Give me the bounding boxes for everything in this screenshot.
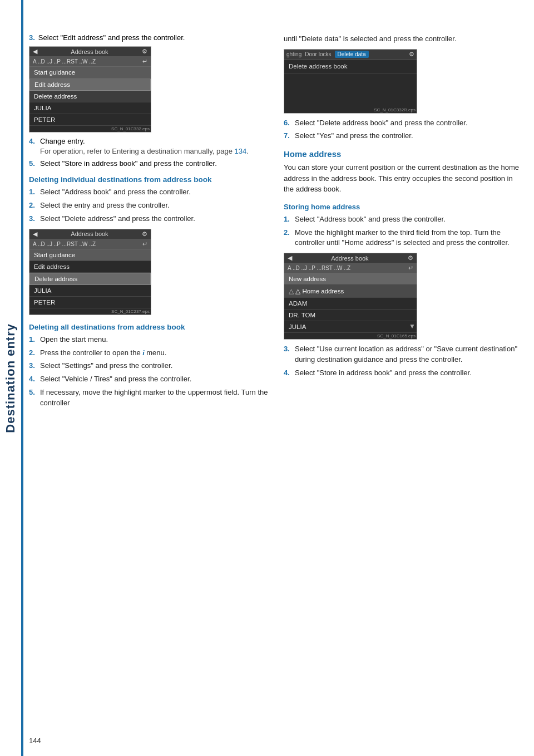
step4-sub: For operation, refer to Entering a desti… <box>40 146 268 156</box>
screen1-caption: SC_N_01C332.eps <box>29 126 151 132</box>
storing-home-address-heading: Storing home address <box>284 203 523 211</box>
screen3-tab-deletedata: Delete data <box>335 51 369 58</box>
home-address-steps: 1. Select "Address book" and press the c… <box>284 214 523 249</box>
screen4: ◀ Address book ⚙ A ..D ..J ..P ...RST ..… <box>284 253 417 340</box>
right-column: until "Delete data" is selected and pres… <box>284 33 523 411</box>
del-all-step-5: 5. If necessary, move the highlight mark… <box>29 387 268 409</box>
step4-text: Change entry. <box>40 137 85 145</box>
screen2-back: ◀ <box>33 230 37 238</box>
step5-item: 5. Select "Store in address book" and pr… <box>29 159 268 168</box>
screen3-tab-lighting: ghting <box>286 51 301 57</box>
screen3-item-1: Delete address book <box>284 60 417 73</box>
screen3: ghting Door locks Delete data ⚙ Delete a… <box>284 49 417 114</box>
screen1-title: Address book <box>71 48 108 55</box>
step4-item: 4. Change entry. For operation, refer to… <box>29 137 268 156</box>
screen1-icon: ⚙ <box>142 48 147 55</box>
screen2-icon: ⚙ <box>142 230 147 238</box>
screen3-tabs: ghting Door locks Delete data ⚙ <box>284 50 417 60</box>
screen2-item-2: Edit address <box>29 261 151 273</box>
screen2-list: Start guidance Edit address Delete addre… <box>29 249 151 308</box>
home-address-para: You can store your current position or t… <box>284 162 523 195</box>
right-step-4: 4. Select "Store in address book" and pr… <box>284 368 523 379</box>
screen1-item-1: Start guidance <box>29 67 151 78</box>
screen4-top: ◀ Address book ⚙ <box>284 253 417 263</box>
screen2-caption: SC_N_01C237.eps <box>29 308 151 315</box>
screen4-enter: ↵ <box>408 264 413 272</box>
del-ind-step-1: 1. Select "Address book" and press the c… <box>29 187 268 198</box>
right-step-7: 7. Select "Yes" and press the controller… <box>284 131 523 141</box>
screen2-item-3: Delete address <box>29 273 151 285</box>
screen4-item-drtom: DR. TOM <box>284 310 417 321</box>
step4-number: 4. <box>29 137 37 145</box>
screen1-list: Start guidance Edit address Delete addre… <box>29 67 151 126</box>
screen1-item-4: JULIA <box>29 102 151 114</box>
deleting-individual-steps: 1. Select "Address book" and press the c… <box>29 187 268 224</box>
screen2-item-4: JULIA <box>29 285 151 297</box>
home-step-2: 2. Move the highlight marker to the thir… <box>284 228 523 249</box>
section-deleting-individual-heading: Deleting individual destinations from ad… <box>29 175 268 184</box>
screen2-enter: ↵ <box>142 240 147 248</box>
screen3-wrapper: ghting Door locks Delete data ⚙ Delete a… <box>284 49 523 114</box>
screen3-empty <box>284 73 417 107</box>
screen4-caption: SC_N_01C165.eps <box>284 333 417 339</box>
screen2-nav: A ..D ..J ..P ...RST ..W ..Z ↵ <box>29 239 151 249</box>
step3-item: 3. Select "Edit address" and press the c… <box>29 33 268 42</box>
section-deleting-all-heading: Deleting all destinations from address b… <box>29 323 268 331</box>
screen2-nav-text: A ..D ..J ..P ...RST ..W ..Z <box>33 241 96 247</box>
screen4-title: Address book <box>331 255 368 262</box>
del-all-step-4: 4. Select "Vehicle / Tires" and press th… <box>29 374 268 385</box>
del-all-step-3: 3. Select "Settings" and press the contr… <box>29 361 268 371</box>
del-ind-step-2: 2. Select the entry and press the contro… <box>29 200 268 211</box>
screen2-wrapper: ◀ Address book ⚙ A ..D ..J ..P ...RST ..… <box>29 229 268 315</box>
screen4-nav: A ..D ..J ..P ...RST ..W ..Z ↵ <box>284 263 417 273</box>
scroll-down-icon: ▼ <box>409 322 416 330</box>
two-column-layout: 3. Select "Edit address" and press the c… <box>29 33 523 411</box>
step4-link[interactable]: 134 <box>235 147 247 155</box>
screen1-back: ◀ <box>33 48 37 55</box>
screen2-item-1: Start guidance <box>29 249 151 261</box>
screen1-nav-text: A ..D ..J ..P ...RST ..W ..Z <box>33 58 96 65</box>
screen1-wrapper: ◀ Address book ⚙ A ..D ..J ..P ...RST ..… <box>29 46 268 132</box>
screen2-title: Address book <box>71 230 108 237</box>
sidebar-tab: Destination entry <box>0 0 21 756</box>
screen4-item-julia: JULIA <box>284 321 417 333</box>
screen3-icon: ⚙ <box>409 51 414 58</box>
step3-text: Select "Edit address" and press the cont… <box>38 33 185 42</box>
screen4-icon: ⚙ <box>408 254 413 262</box>
page-number: 144 <box>29 737 41 745</box>
sidebar-accent <box>21 0 23 756</box>
step5-number: 5. <box>29 159 37 168</box>
screen1-item-2: Edit address <box>29 78 151 91</box>
screen1-item-5: PETER <box>29 114 151 126</box>
step5-continued: until "Delete data" is selected and pres… <box>284 33 523 45</box>
screen1: ◀ Address book ⚙ A ..D ..J ..P ...RST ..… <box>29 46 151 132</box>
home-address-section: Home address You can store your current … <box>284 149 523 379</box>
screen4-wrapper: ◀ Address book ⚙ A ..D ..J ..P ...RST ..… <box>284 253 523 340</box>
screen4-item-adam: ADAM <box>284 298 417 310</box>
screen2-top: ◀ Address book ⚙ <box>29 229 151 239</box>
sidebar-label: Destination entry <box>3 323 18 433</box>
screen4-item-home: △ Home address <box>284 285 417 298</box>
right-step-3: 3. Select "Use current location as addre… <box>284 344 523 365</box>
screen4-nav-text: A ..D ..J ..P ...RST ..W ..Z <box>288 265 350 271</box>
home-step-1: 1. Select "Address book" and press the c… <box>284 214 523 225</box>
right-steps-6-7: 6. Select "Delete address book" and pres… <box>284 118 523 142</box>
deleting-all-steps: 1. Open the start menu. 2. Press the con… <box>29 335 268 409</box>
home-address-heading: Home address <box>284 149 523 159</box>
screen3-tab-doorlocks: Door locks <box>305 51 331 57</box>
screen3-list: Delete address book <box>284 60 417 73</box>
del-ind-step-3: 3. Select "Delete address" and press the… <box>29 214 268 224</box>
right-step-6: 6. Select "Delete address book" and pres… <box>284 118 523 129</box>
screen3-caption: SC_N_01C332R.eps <box>284 107 417 113</box>
screen1-enter: ↵ <box>142 58 147 65</box>
screen4-item-new: New address <box>284 273 417 285</box>
main-content: 3. Select "Edit address" and press the c… <box>29 33 523 723</box>
left-column: 3. Select "Edit address" and press the c… <box>29 33 268 411</box>
screen1-nav: A ..D ..J ..P ...RST ..W ..Z ↵ <box>29 57 151 67</box>
del-all-step-1: 1. Open the start menu. <box>29 335 268 345</box>
screen1-item-3: Delete address <box>29 91 151 102</box>
del-all-step-2: 2. Press the controller to open the i me… <box>29 348 268 359</box>
screen2-item-5: PETER <box>29 297 151 308</box>
step3-number: 3. <box>29 33 35 42</box>
screen4-back: ◀ <box>288 254 292 262</box>
